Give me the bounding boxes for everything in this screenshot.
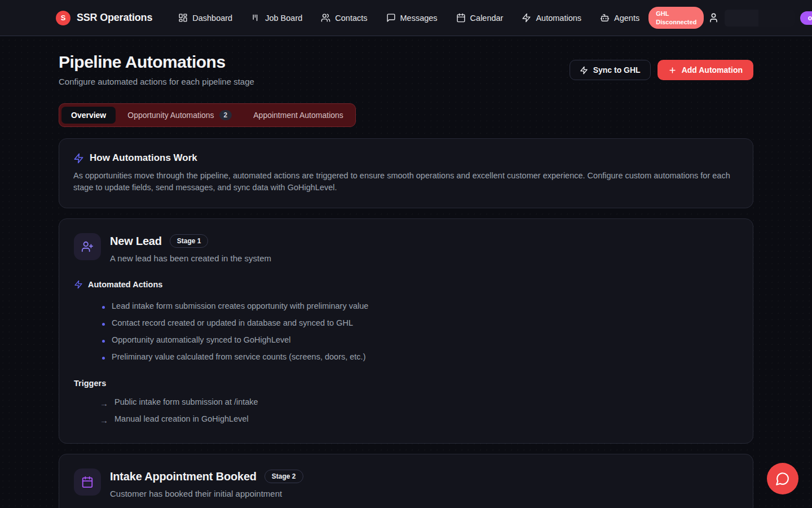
nav-right: owner: [708, 10, 812, 27]
tab-overview[interactable]: Overview: [61, 107, 116, 124]
how-automations-work-card: How Automations Work As opportunities mo…: [59, 138, 753, 208]
trigger-list: → Public intake form submission at /inta…: [74, 393, 738, 427]
ghl-badge-line1: GHL: [656, 10, 696, 17]
stage-title: New Lead: [110, 235, 162, 248]
calendar-icon: [456, 13, 466, 23]
tab-appointment-automations[interactable]: Appointment Automations: [244, 107, 353, 124]
trigger-text: Public intake form submission at /intake: [114, 397, 258, 406]
ghl-disconnected-badge: GHL Disconnected: [648, 7, 704, 29]
tab-opportunity-automations[interactable]: Opportunity Automations 2: [118, 106, 241, 124]
stage-header-text: New Lead Stage 1 A new lead has been cre…: [110, 233, 271, 263]
page-actions: Sync to GHL Add Automation: [570, 60, 753, 80]
action-text: Preliminary value calculated from servic…: [112, 352, 365, 361]
brand-initial: S: [61, 14, 66, 22]
nav-item-label: Calendar: [470, 14, 504, 23]
tab-count-badge: 2: [219, 110, 232, 120]
nav-item-dashboard[interactable]: Dashboard: [178, 13, 232, 23]
sync-button-label: Sync to GHL: [593, 65, 641, 75]
primary-nav: Dashboard Job Board Contacts Messages Ca…: [178, 13, 639, 23]
bullet-icon: [102, 340, 105, 343]
kanban-icon: [251, 13, 261, 23]
list-item: Opportunity automatically synced to GoHi…: [74, 331, 738, 348]
brand[interactable]: S SSR Operations: [56, 11, 152, 25]
stage-badge: Stage 1: [170, 234, 209, 248]
stage-title: Intake Appointment Booked: [110, 470, 257, 483]
role-badge: owner: [800, 11, 812, 25]
nav-item-calendar[interactable]: Calendar: [456, 13, 504, 23]
stage-description: Customer has booked their initial appoin…: [110, 489, 303, 498]
nav-item-label: Messages: [400, 14, 438, 23]
zap-icon: [522, 13, 531, 23]
bullet-icon: [102, 306, 105, 309]
trigger-text: Manual lead creation in GoHighLevel: [114, 414, 249, 423]
add-button-label: Add Automation: [682, 65, 743, 75]
arrow-right-icon: →: [100, 415, 108, 425]
info-card-header: How Automations Work: [73, 152, 739, 164]
stage-icon-box: [74, 233, 101, 260]
info-card-body: As opportunities move through the pipeli…: [73, 170, 739, 193]
message-circle-icon: [775, 471, 790, 486]
user-menu-placeholder-2[interactable]: [758, 10, 795, 27]
brand-name: SSR Operations: [77, 12, 152, 24]
stage-icon-box: [74, 468, 101, 496]
list-item: → Public intake form submission at /inta…: [74, 393, 738, 410]
page-subtitle: Configure automated actions for each pip…: [59, 77, 254, 86]
user-icon[interactable]: [708, 12, 719, 23]
stage-card-intake-appointment-booked: Intake Appointment Booked Stage 2 Custom…: [59, 454, 753, 508]
nav-item-label: Job Board: [265, 14, 302, 23]
sync-to-ghl-button[interactable]: Sync to GHL: [570, 60, 651, 80]
main-content: Pipeline Automations Configure automated…: [0, 36, 812, 508]
automated-actions-header: Automated Actions: [74, 280, 738, 289]
users-icon: [321, 13, 330, 23]
triggers-label: Triggers: [74, 379, 738, 388]
nav-item-label: Contacts: [335, 14, 367, 23]
action-text: Contact record created or updated in dat…: [112, 318, 353, 327]
nav-item-contacts[interactable]: Contacts: [321, 13, 367, 23]
top-navbar: S SSR Operations Dashboard Job Board Con…: [0, 0, 812, 36]
message-square-icon: [386, 13, 396, 23]
page-header-text: Pipeline Automations Configure automated…: [59, 52, 254, 86]
stage-badge: Stage 2: [264, 470, 303, 483]
plus-icon: [668, 66, 677, 75]
stage-card-new-lead: New Lead Stage 1 A new lead has been cre…: [59, 218, 753, 444]
list-item: Contact record created or updated in dat…: [74, 314, 738, 331]
stage-title-row: New Lead Stage 1: [110, 234, 271, 248]
nav-item-automations[interactable]: Automations: [522, 13, 581, 23]
stage-title-row: Intake Appointment Booked Stage 2: [110, 470, 303, 483]
tab-label: Appointment Automations: [253, 111, 343, 120]
stage-description: A new lead has been created in the syste…: [110, 253, 271, 263]
info-card-title: How Automations Work: [90, 152, 197, 164]
arrow-right-icon: →: [100, 398, 108, 408]
list-item: Lead intake form submission creates oppo…: [74, 297, 738, 314]
bullet-icon: [102, 357, 105, 360]
zap-icon: [580, 66, 588, 75]
action-text: Opportunity automatically synced to GoHi…: [112, 335, 291, 344]
tab-label: Opportunity Automations: [127, 111, 214, 120]
user-plus-icon: [81, 240, 94, 253]
calendar-icon: [81, 476, 94, 488]
nav-item-label: Agents: [614, 14, 639, 23]
zap-icon: [74, 280, 83, 289]
ghl-badge-line2: Disconnected: [656, 18, 696, 26]
zap-icon: [73, 153, 84, 164]
nav-item-job-board[interactable]: Job Board: [251, 13, 302, 23]
bot-icon: [600, 13, 610, 23]
stage-header-text: Intake Appointment Booked Stage 2 Custom…: [110, 468, 303, 498]
stage-card-header: Intake Appointment Booked Stage 2 Custom…: [74, 468, 738, 498]
dashboard-icon: [178, 13, 188, 23]
bullet-icon: [102, 323, 105, 326]
action-list: Lead intake form submission creates oppo…: [74, 297, 738, 365]
nav-item-label: Automations: [536, 14, 581, 23]
page-title: Pipeline Automations: [59, 52, 254, 72]
tab-label: Overview: [71, 111, 106, 120]
nav-item-agents[interactable]: Agents: [600, 13, 639, 23]
nav-item-label: Dashboard: [192, 14, 232, 23]
list-item: → Manual lead creation in GoHighLevel: [74, 410, 738, 427]
user-menu-placeholder[interactable]: [725, 10, 758, 27]
chat-fab-button[interactable]: [767, 463, 798, 494]
nav-item-messages[interactable]: Messages: [386, 13, 438, 23]
automated-actions-label: Automated Actions: [88, 280, 162, 289]
add-automation-button[interactable]: Add Automation: [657, 60, 753, 80]
tab-bar: Overview Opportunity Automations 2 Appoi…: [59, 103, 356, 127]
stage-card-header: New Lead Stage 1 A new lead has been cre…: [74, 233, 738, 263]
